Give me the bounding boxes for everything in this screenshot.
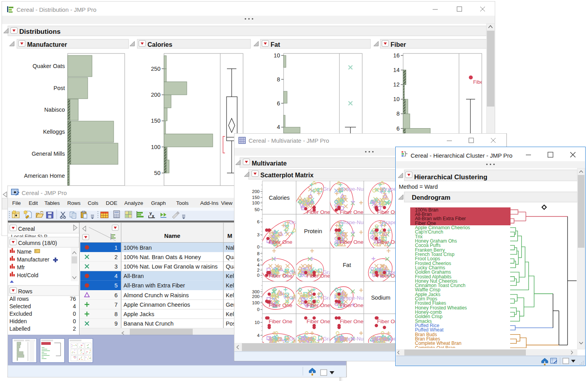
svg-text:x: x — [152, 214, 155, 218]
svg-text:50: 50 — [254, 207, 260, 212]
svg-text:All-Bran: All-Bran — [123, 273, 144, 279]
svg-text:Fiber One: Fiber One — [269, 302, 292, 308]
svg-text:Method = Ward: Method = Ward — [399, 184, 438, 190]
svg-text:Cereal - Hierarchical Cluster: Cereal - Hierarchical Cluster - JMP Pro — [411, 152, 512, 159]
svg-text:Fiber One: Fiber One — [269, 318, 292, 324]
svg-text:Cols: Cols — [88, 200, 98, 206]
svg-text:Fiber One: Fiber One — [306, 318, 330, 324]
svg-text:Add-Ins: Add-Ins — [200, 200, 219, 206]
svg-text:Cereal: Cereal — [18, 226, 35, 232]
svg-text:Cereal - Distribution - JMP Pr: Cereal - Distribution - JMP Pro — [17, 6, 96, 13]
svg-text:American Home: American Home — [24, 173, 65, 179]
svg-text:100: 100 — [252, 201, 260, 205]
svg-text:6: 6 — [396, 125, 400, 132]
svg-text:0: 0 — [73, 311, 76, 317]
svg-text:Scatterplot Matrix: Scatterplot Matrix — [260, 172, 313, 179]
svg-text:8: 8 — [114, 311, 118, 317]
svg-text:14: 14 — [393, 67, 400, 73]
svg-text:Sodium: Sodium — [371, 294, 390, 301]
svg-text:Fiber One: Fiber One — [340, 302, 363, 308]
svg-text:Kel: Kel — [226, 273, 234, 279]
svg-text:Tools: Tools — [176, 200, 189, 206]
svg-text:200: 200 — [252, 294, 260, 299]
svg-text:Kel: Kel — [226, 292, 234, 298]
svg-text:Distributions: Distributions — [19, 28, 61, 35]
svg-text:4: 4 — [257, 333, 260, 338]
svg-text:Analyze: Analyze — [124, 200, 143, 206]
svg-text:3: 3 — [114, 263, 118, 270]
svg-text:Kelloggs: Kelloggs — [43, 129, 65, 135]
svg-text:Fiber One: Fiber One — [269, 273, 292, 279]
svg-text:Apple Cinnamon Cheerios: Apple Cinnamon Cheerios — [123, 302, 190, 308]
svg-text:View: View — [221, 200, 232, 206]
svg-text:Fat: Fat — [271, 41, 280, 48]
svg-text:200: 200 — [151, 92, 160, 98]
svg-text:Dendrogram: Dendrogram — [412, 194, 450, 201]
svg-text:2: 2 — [257, 268, 260, 272]
svg-text:8: 8 — [396, 110, 400, 117]
svg-text:100% Nat. Low Fat Granola w ra: 100% Nat. Low Fat Granola w raisins — [123, 263, 218, 270]
svg-text:Calories: Calories — [147, 41, 172, 48]
svg-text:Columns (18/0): Columns (18/0) — [18, 240, 57, 246]
svg-text:4: 4 — [277, 124, 280, 130]
svg-text:0: 0 — [257, 307, 260, 312]
svg-text:150: 150 — [252, 195, 260, 200]
svg-text:DOE: DOE — [106, 200, 117, 206]
svg-text:Hidden: Hidden — [9, 318, 27, 324]
svg-text:Name: Name — [164, 232, 181, 239]
svg-text:10: 10 — [274, 52, 280, 59]
svg-text:General Mills: General Mills — [31, 151, 65, 157]
svg-text:150: 150 — [151, 118, 160, 124]
svg-text:Labelled: Labelled — [9, 326, 30, 332]
svg-text:4: 4 — [114, 273, 118, 279]
svg-text:6: 6 — [114, 292, 118, 298]
svg-text:Apple Jacks: Apple Jacks — [123, 311, 154, 317]
svg-text:300: 300 — [252, 289, 260, 294]
svg-text:9: 9 — [114, 320, 118, 327]
svg-text:Kel: Kel — [226, 311, 234, 317]
svg-text:Fiber One: Fiber One — [306, 273, 330, 279]
svg-text:Name: Name — [17, 248, 32, 255]
svg-text:Graph: Graph — [151, 200, 166, 206]
svg-text:4: 4 — [257, 263, 260, 267]
svg-text:Multivariate: Multivariate — [252, 160, 287, 167]
svg-text:8: 8 — [277, 76, 280, 83]
svg-text:All rows: All rows — [9, 296, 29, 302]
svg-text:Fiber One: Fiber One — [306, 302, 330, 308]
svg-text:Fiber One: Fiber One — [340, 318, 363, 324]
svg-text:Selected: Selected — [9, 303, 31, 309]
svg-text:0: 0 — [73, 318, 76, 324]
svg-text:3: 3 — [257, 232, 260, 237]
svg-text:100% Nat. Bran Oats & Honey: 100% Nat. Bran Oats & Honey — [123, 254, 201, 260]
svg-text:0: 0 — [257, 273, 260, 278]
svg-text:Nabisco: Nabisco — [44, 107, 65, 113]
svg-text:Almond Crunch w Raisins: Almond Crunch w Raisins — [123, 292, 189, 298]
svg-text:Manufacturer: Manufacturer — [17, 256, 50, 263]
svg-text:M: M — [227, 232, 232, 239]
svg-text:Tables: Tables — [44, 200, 60, 206]
svg-text:Fat: Fat — [343, 262, 351, 268]
svg-text:10: 10 — [393, 96, 400, 102]
svg-text:Cereal - Multivariate - JMP Pr: Cereal - Multivariate - JMP Pro — [249, 137, 329, 144]
svg-text:76: 76 — [70, 296, 76, 302]
svg-text:Post: Post — [53, 85, 65, 91]
svg-text:Quaker Oats: Quaker Oats — [33, 63, 65, 69]
svg-text:Fiber One: Fiber One — [340, 239, 363, 245]
svg-text:Hierarchical Clustering: Hierarchical Clustering — [414, 173, 487, 181]
svg-text:5: 5 — [114, 282, 118, 289]
svg-text:Banana Nut Crunch: Banana Nut Crunch — [123, 320, 173, 327]
svg-text:Hot/Cold: Hot/Cold — [17, 272, 38, 278]
svg-text:4: 4 — [73, 303, 76, 309]
svg-text:0: 0 — [257, 245, 260, 249]
svg-text:Fiber One: Fiber One — [269, 239, 292, 245]
svg-text:Protein: Protein — [304, 228, 322, 234]
svg-text:Edit: Edit — [29, 200, 38, 206]
svg-text:1: 1 — [114, 245, 118, 251]
svg-text:16: 16 — [393, 52, 400, 59]
svg-text:10: 10 — [254, 320, 260, 325]
svg-text:2: 2 — [114, 254, 118, 260]
svg-text:Rows: Rows — [18, 288, 32, 294]
svg-text:8: 8 — [257, 251, 260, 256]
svg-text:200: 200 — [252, 189, 260, 194]
svg-text:All-Bran with Extra Fiber: All-Bran with Extra Fiber — [123, 282, 185, 289]
